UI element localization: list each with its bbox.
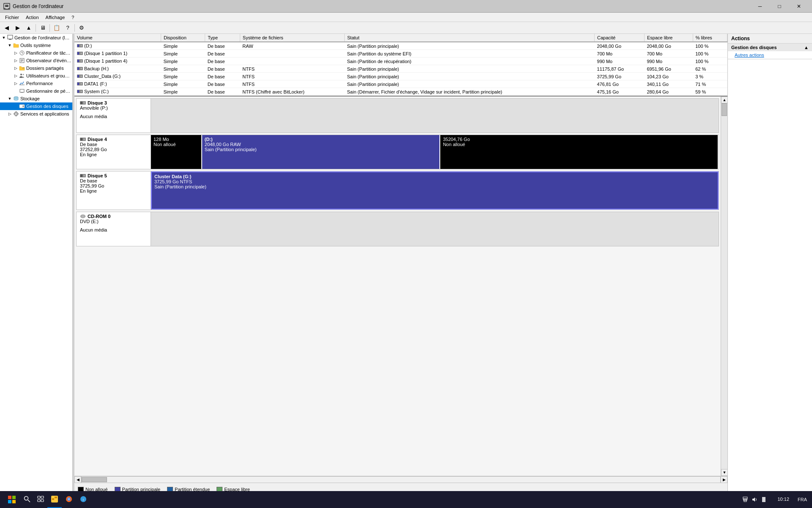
scroll-right-button[interactable]: ▶	[721, 476, 727, 483]
menu-action[interactable]: Action	[22, 14, 42, 21]
scroll-track[interactable]	[721, 103, 727, 469]
window-controls: ─ □ ✕	[750, 0, 809, 13]
table-row[interactable]: (Disque 1 partition 1) Simple De base Sa…	[74, 50, 727, 58]
sidebar-item-event-viewer[interactable]: ▷ Observateur d'événeme...	[0, 57, 72, 64]
storage-icon	[13, 95, 19, 102]
table-row[interactable]: Backup (H:) Simple De base NTFS Sain (Pa…	[74, 65, 727, 73]
table-row[interactable]: Cluster_Data (G:) Simple De base NTFS Sa…	[74, 73, 727, 80]
more-button[interactable]: ⚙	[77, 23, 87, 33]
taskbar-firefox[interactable]	[62, 491, 76, 508]
cell-pct: 100 %	[693, 50, 727, 58]
menu-affichage[interactable]: Affichage	[42, 14, 69, 21]
sidebar-item-performance[interactable]: ▷ Performance	[0, 80, 72, 87]
up-button[interactable]: ▲	[24, 23, 34, 33]
cdrom-title-text: CD-ROM 0	[88, 214, 110, 219]
toggle-storage[interactable]: ▼	[7, 97, 13, 101]
scroll-thumb[interactable]	[721, 103, 727, 116]
disk-name-4: Disque 4	[80, 137, 147, 142]
disk-5-type: De base	[80, 178, 147, 183]
cell-type: De base	[205, 73, 240, 80]
back-button[interactable]: ◀	[2, 23, 12, 33]
svg-point-67	[84, 175, 85, 176]
tray-flag-icon[interactable]	[760, 496, 767, 503]
maximize-button[interactable]: □	[770, 0, 789, 13]
cell-pct: 59 %	[693, 88, 727, 96]
sidebar-item-services[interactable]: ▷ Services et applications	[0, 110, 72, 118]
disk-visual-area[interactable]: Disque 3 Amovible (P:) Aucun média	[74, 97, 721, 476]
sidebar-item-device-manager[interactable]: Gestionnaire de périphé...	[0, 87, 72, 95]
table-row[interactable]: (Disque 1 partition 4) Simple De base Sa…	[74, 58, 727, 65]
svg-rect-80	[41, 500, 44, 502]
col-type[interactable]: Type	[205, 34, 240, 42]
properties-button[interactable]: 📋	[52, 23, 62, 33]
cell-capacity: 990 Mo	[595, 58, 645, 65]
svg-point-35	[81, 53, 82, 54]
table-row[interactable]: System (C:) Simple De base NTFS (Chiffré…	[74, 88, 727, 96]
svg-rect-2	[8, 35, 13, 39]
svg-rect-82	[52, 498, 54, 500]
sidebar-item-shared-folders[interactable]: ▷ Dossiers partagés	[0, 64, 72, 72]
disk-visual-scrollbar: ▲ ▼	[721, 97, 727, 476]
taskbar-search[interactable]	[20, 491, 34, 508]
disk-3-note: Aucun média	[80, 114, 147, 119]
sidebar-item-disk-management[interactable]: Gestion des disques	[0, 102, 72, 110]
toggle-task-sched[interactable]: ▷	[13, 51, 19, 55]
title-bar: Gestion de l'ordinateur ─ □ ✕	[0, 0, 812, 13]
main-layout: ▼ Gestion de l'ordinateur (local) ▼ Outi…	[0, 34, 812, 495]
cdrom-note: Aucun média	[80, 227, 147, 232]
table-row[interactable]: DATA1 (F:) Simple De base NTFS Sain (Par…	[74, 80, 727, 88]
taskbar-app5[interactable]: i	[76, 491, 91, 508]
toggle-perf[interactable]: ▷	[13, 81, 19, 86]
disk4-part-unalloc1[interactable]: 128 Mo Non alloué	[151, 135, 202, 169]
horizontal-scrollbar: ◀ ▶	[74, 476, 727, 483]
disk4-part-unalloc2[interactable]: 35204,76 Go Non alloué	[440, 135, 719, 169]
menu-help[interactable]: ?	[68, 14, 77, 21]
toggle-event-viewer[interactable]: ▷	[13, 58, 19, 63]
cell-fs: NTFS (Chiffré avec BitLocker)	[240, 88, 344, 96]
svg-rect-49	[77, 83, 79, 85]
taskbar-taskview[interactable]	[34, 491, 47, 508]
close-button[interactable]: ✕	[789, 0, 809, 13]
tray-volume-icon[interactable]	[751, 496, 758, 503]
action-section-header-disk-mgmt[interactable]: Gestion des disques ▲	[728, 44, 812, 51]
col-disposition[interactable]: Disposition	[161, 34, 205, 42]
toggle-system-tools[interactable]: ▼	[7, 43, 13, 47]
scroll-down-button[interactable]: ▼	[721, 469, 727, 476]
scroll-up-button[interactable]: ▲	[721, 97, 727, 103]
scroll-thumb-h[interactable]	[82, 477, 107, 482]
toggle-root[interactable]: ▼	[1, 36, 7, 40]
toggle-services[interactable]: ▷	[7, 112, 13, 116]
forward-button[interactable]: ▶	[13, 23, 23, 33]
col-fs[interactable]: Système de fichiers	[240, 34, 344, 42]
col-volume[interactable]: Volume	[74, 34, 161, 42]
minimize-button[interactable]: ─	[750, 0, 770, 13]
sidebar-item-storage[interactable]: ▼ Stockage	[0, 95, 72, 102]
taskbar-explorer[interactable]	[47, 491, 62, 508]
sidebar-item-system-tools[interactable]: ▼ Outils système	[0, 41, 72, 49]
action-autres-actions[interactable]: Autres actions	[728, 51, 812, 59]
time-display[interactable]: 10:12	[774, 496, 793, 502]
sidebar-item-root[interactable]: ▼ Gestion de l'ordinateur (local)	[0, 34, 72, 41]
sidebar-item-users[interactable]: ▷ Utilisateurs et groupes l...	[0, 72, 72, 80]
disk5-part-g[interactable]: Cluster Data (G:) 3725,99 Go NTFS Sain (…	[151, 171, 719, 210]
start-button[interactable]	[3, 491, 20, 508]
col-capacity[interactable]: Capacité	[595, 34, 645, 42]
col-free[interactable]: Espace libre	[644, 34, 693, 42]
toggle-users[interactable]: ▷	[13, 74, 19, 78]
tray-network-icon[interactable]	[742, 496, 749, 503]
disk4-part-d[interactable]: (D:) 2048,00 Go RAW Sain (Partition prin…	[202, 135, 441, 169]
menu-fichier[interactable]: Fichier	[2, 14, 22, 21]
computer-icon	[7, 34, 14, 41]
svg-point-31	[81, 45, 82, 46]
scroll-track-h[interactable]	[81, 476, 721, 483]
disk-info-3: Disque 3 Amovible (P:) Aucun média	[77, 99, 151, 133]
col-status[interactable]: Statut	[345, 34, 595, 42]
table-row[interactable]: (D:) Simple De base RAW Sain (Partition …	[74, 42, 727, 50]
toggle-shared[interactable]: ▷	[13, 66, 19, 70]
col-pct[interactable]: % libres	[693, 34, 727, 42]
disk-info-5: Disque 5 De base 3725,99 Go En ligne	[77, 171, 151, 210]
sidebar-item-task-scheduler[interactable]: ▷ Planificateur de tâches	[0, 49, 72, 57]
help-button[interactable]: ?	[63, 23, 73, 33]
show-hide-button[interactable]: 🖥	[38, 23, 48, 33]
scroll-left-button[interactable]: ◀	[74, 476, 81, 483]
